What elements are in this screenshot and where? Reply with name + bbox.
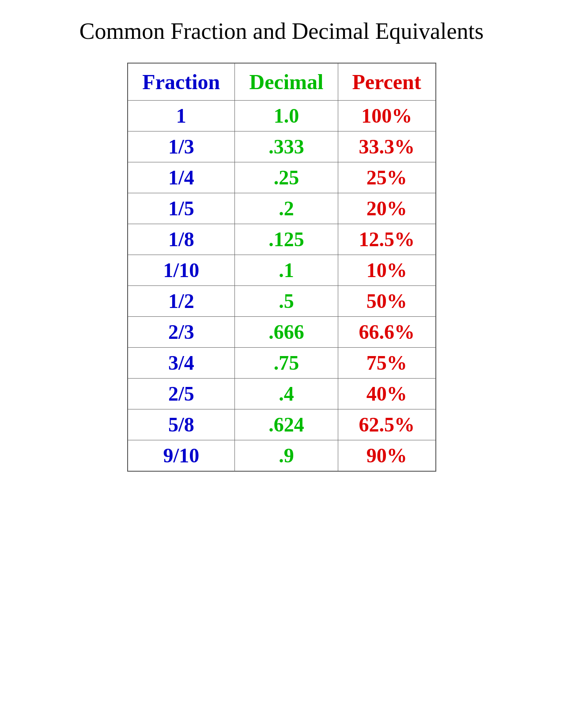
cell-percent: 20% [338,193,435,224]
table-row: 1/4.2525% [128,162,436,193]
cell-percent: 50% [338,286,435,317]
cell-percent: 33.3% [338,131,435,162]
cell-decimal: .333 [235,131,338,162]
table-row: 2/5.440% [128,379,436,409]
cell-percent: 90% [338,440,435,472]
table-row: 11.0100% [128,101,436,131]
cell-fraction: 2/3 [128,317,235,348]
cell-percent: 100% [338,101,435,131]
cell-decimal: .25 [235,162,338,193]
cell-percent: 62.5% [338,409,435,440]
cell-fraction: 1/4 [128,162,235,193]
page-title: Common Fraction and Decimal Equivalents [79,18,484,45]
cell-decimal: .9 [235,440,338,472]
cell-decimal: .624 [235,409,338,440]
cell-fraction: 1/8 [128,224,235,255]
cell-fraction: 9/10 [128,440,235,472]
table-row: 1/2.550% [128,286,436,317]
cell-fraction: 3/4 [128,348,235,379]
table-row: 3/4.7575% [128,348,436,379]
cell-decimal: .1 [235,255,338,286]
table-row: 2/3.66666.6% [128,317,436,348]
header-fraction: Fraction [128,63,235,101]
table-row: 1/3.33333.3% [128,131,436,162]
table-row: 9/10.990% [128,440,436,472]
cell-percent: 75% [338,348,435,379]
cell-percent: 40% [338,379,435,409]
cell-percent: 12.5% [338,224,435,255]
cell-fraction: 1/2 [128,286,235,317]
cell-decimal: .666 [235,317,338,348]
cell-fraction: 2/5 [128,379,235,409]
cell-decimal: .125 [235,224,338,255]
cell-fraction: 1/5 [128,193,235,224]
cell-decimal: .4 [235,379,338,409]
cell-percent: 66.6% [338,317,435,348]
header-decimal: Decimal [235,63,338,101]
cell-fraction: 1 [128,101,235,131]
fraction-decimal-table: Fraction Decimal Percent 11.0100%1/3.333… [127,63,436,472]
table-header-row: Fraction Decimal Percent [128,63,436,101]
cell-percent: 25% [338,162,435,193]
cell-decimal: .2 [235,193,338,224]
table-row: 1/10.110% [128,255,436,286]
cell-percent: 10% [338,255,435,286]
header-percent: Percent [338,63,435,101]
cell-decimal: .75 [235,348,338,379]
table-row: 1/5.220% [128,193,436,224]
table-row: 5/8.62462.5% [128,409,436,440]
cell-fraction: 1/3 [128,131,235,162]
table-row: 1/8.12512.5% [128,224,436,255]
cell-fraction: 5/8 [128,409,235,440]
cell-fraction: 1/10 [128,255,235,286]
cell-decimal: .5 [235,286,338,317]
cell-decimal: 1.0 [235,101,338,131]
